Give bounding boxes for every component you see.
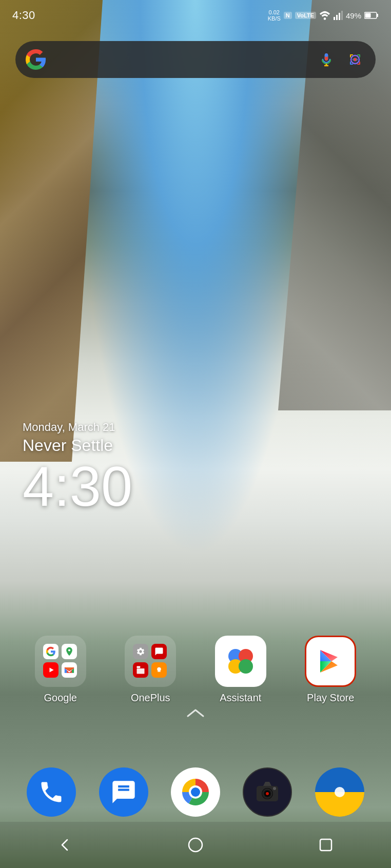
lens-icon [347, 52, 363, 67]
phone-icon [38, 779, 65, 805]
assistant-icon [224, 645, 257, 678]
playstore-icon-circle[interactable] [305, 636, 356, 687]
home-icon [187, 837, 204, 853]
gmail-app-icon [62, 662, 77, 678]
lens-search-button[interactable] [345, 49, 365, 70]
svg-marker-15 [49, 667, 53, 672]
svg-point-13 [354, 58, 357, 61]
clock-text: 4:30 [23, 458, 132, 515]
dock-chrome-button[interactable] [171, 767, 220, 817]
oneplus-weather-icon [151, 662, 167, 678]
svg-point-0 [324, 17, 326, 20]
battery-icon [364, 11, 379, 19]
nfc-badge: N [284, 12, 292, 19]
slogan-text: Never Settle [23, 436, 132, 455]
drawer-handle[interactable] [185, 707, 206, 719]
nav-recents-button[interactable] [310, 830, 341, 860]
svg-rect-36 [320, 839, 331, 851]
svg-point-33 [273, 787, 276, 790]
messages-icon [110, 779, 137, 805]
data-speed: 0.02 KB/S [268, 9, 281, 22]
settings-mini-icon [133, 644, 148, 659]
playstore-icon [315, 646, 346, 677]
app-item-google[interactable]: Google [35, 636, 86, 704]
google-app-label: Google [44, 692, 77, 704]
assistant-app-label: Assistant [220, 692, 261, 704]
svg-point-32 [266, 792, 269, 795]
oneplus-files-icon [133, 662, 148, 678]
status-right-group: 0.02 KB/S N VoLTE 49% [268, 9, 379, 22]
google-logo [26, 49, 46, 70]
chevron-up-icon [185, 707, 206, 719]
google-folder-icon[interactable] [35, 636, 86, 687]
svg-rect-19 [158, 671, 161, 672]
dock-camera-button[interactable] [243, 767, 292, 817]
google-app-icon [43, 644, 58, 659]
svg-point-27 [191, 787, 200, 797]
date-text: Monday, March 21 [23, 421, 132, 434]
nav-bar [0, 822, 391, 868]
app-grid: Google [0, 636, 391, 704]
camera-icon [254, 779, 281, 805]
youtube-app-icon [43, 662, 58, 678]
recents-icon [318, 837, 334, 853]
svg-point-34 [335, 787, 345, 797]
nav-home-button[interactable] [180, 830, 211, 860]
date-time-widget: Monday, March 21 Never Settle 4:30 [23, 421, 132, 515]
svg-rect-16 [137, 666, 141, 668]
dock [0, 767, 391, 817]
svg-point-23 [239, 659, 253, 674]
dock-messages-button[interactable] [99, 767, 148, 817]
oneplus-app-label: OnePlus [131, 692, 170, 704]
svg-rect-3 [339, 13, 340, 20]
mic-icon-colored [319, 52, 334, 67]
signal-icon [334, 11, 343, 20]
dock-horizon-button[interactable] [315, 767, 364, 817]
svg-point-14 [68, 649, 70, 651]
svg-rect-17 [137, 668, 145, 674]
search-bar[interactable] [15, 41, 376, 78]
app-item-playstore[interactable]: Play Store [305, 636, 356, 704]
playstore-app-label: Play Store [307, 692, 354, 704]
back-icon [57, 837, 73, 853]
svg-rect-7 [365, 13, 371, 18]
svg-rect-2 [336, 15, 338, 20]
oneplus-alert-icon [151, 644, 167, 659]
svg-point-35 [189, 838, 202, 852]
search-icons-right [316, 49, 365, 70]
battery-text: 49% [346, 11, 361, 20]
assistant-icon-circle[interactable] [215, 636, 266, 687]
svg-point-18 [158, 667, 162, 672]
horizon-icon [326, 779, 353, 805]
svg-rect-1 [334, 17, 335, 20]
status-bar: 4:30 0.02 KB/S N VoLTE 49% [0, 0, 391, 31]
dock-phone-button[interactable] [27, 767, 76, 817]
app-item-assistant[interactable]: Assistant [215, 636, 266, 704]
app-item-oneplus[interactable]: OnePlus [125, 636, 176, 704]
chrome-icon [180, 776, 211, 808]
status-time: 4:30 [12, 9, 35, 22]
svg-rect-4 [341, 11, 343, 20]
svg-rect-9 [325, 53, 328, 57]
svg-rect-6 [377, 14, 378, 17]
wifi-icon [319, 11, 330, 20]
nav-back-button[interactable] [50, 830, 81, 860]
voice-search-button[interactable] [316, 49, 337, 70]
maps-app-icon [62, 644, 77, 659]
volte-badge: VoLTE [295, 12, 316, 19]
oneplus-folder-icon[interactable] [125, 636, 176, 687]
